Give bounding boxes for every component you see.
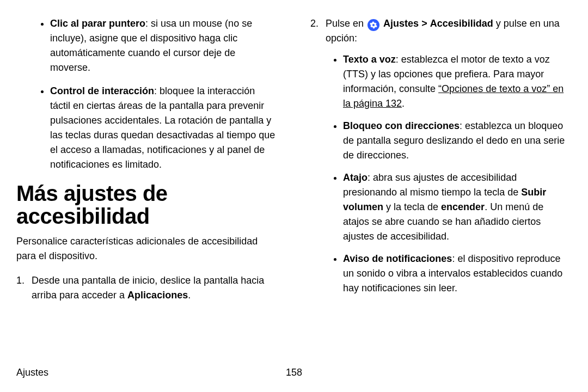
section-heading: Más ajustes de accesibilidad	[16, 182, 278, 228]
left-bullet-list: Clic al parar puntero: si usa un mouse (…	[16, 16, 278, 172]
sub-bullet-item: Atajo: abra sus ajustes de accesibilidad…	[343, 170, 572, 244]
page-content: Clic al parar puntero: si usa un mouse (…	[0, 0, 588, 338]
sub-term: Texto a voz	[343, 54, 396, 65]
sub-mid: y la tecla de	[383, 201, 441, 212]
step-text-pre: Pulse en	[326, 18, 366, 29]
bullet-item: Clic al parar puntero: si usa un mouse (…	[50, 16, 278, 75]
sub-term: Bloqueo con direcciones	[343, 120, 460, 131]
left-column: Clic al parar puntero: si usa un mouse (…	[16, 16, 294, 338]
right-column: 2. Pulse en Ajustes > Accesibilidad y pu…	[294, 16, 572, 338]
sub-text-pre: : abra sus ajustes de accesibilidad pres…	[343, 172, 521, 198]
chevron-right-icon: >	[421, 18, 427, 29]
bullet-term: Clic al parar puntero	[50, 18, 145, 29]
footer-section: Ajustes	[16, 367, 48, 378]
page-number: 158	[286, 367, 302, 378]
sub-text-post: .	[402, 98, 405, 109]
steps-list-right: 2. Pulse en Ajustes > Accesibilidad y pu…	[310, 16, 572, 296]
gear-svg	[370, 21, 377, 29]
sub-bullet-item: Aviso de notificaciones: el dispositivo …	[343, 252, 572, 296]
bullet-text: : bloquee la interacción táctil en ciert…	[50, 85, 275, 170]
sub-bullet-item: Texto a voz: establezca el motor de text…	[343, 52, 572, 111]
sub-term: Aviso de notificaciones	[343, 253, 452, 264]
step-item: 2. Pulse en Ajustes > Accesibilidad y pu…	[310, 16, 572, 296]
steps-list-left: 1. Desde una pantalla de inicio, deslice…	[16, 273, 278, 303]
step-item: 1. Desde una pantalla de inicio, deslice…	[16, 273, 278, 303]
step-number: 2.	[310, 16, 318, 31]
step-number: 1.	[16, 273, 24, 288]
sub-term: Atajo	[343, 172, 367, 183]
bullet-item: Control de interacción: bloquee la inter…	[50, 84, 278, 172]
gear-icon	[367, 19, 379, 31]
bullet-term: Control de interacción	[50, 85, 154, 96]
settings-label: Ajustes	[383, 18, 419, 29]
inline-bold: encender	[441, 201, 485, 212]
sub-bullet-list: Texto a voz: establezca el motor de text…	[326, 52, 572, 296]
page-footer: Ajustes 158	[16, 367, 572, 378]
step-bold: Aplicaciones	[127, 290, 188, 301]
path-label: Accesibilidad	[430, 18, 493, 29]
section-intro: Personalice características adicionales …	[16, 234, 278, 264]
sub-bullet-item: Bloqueo con direcciones: establezca un b…	[343, 119, 572, 163]
step-post: .	[188, 290, 191, 301]
